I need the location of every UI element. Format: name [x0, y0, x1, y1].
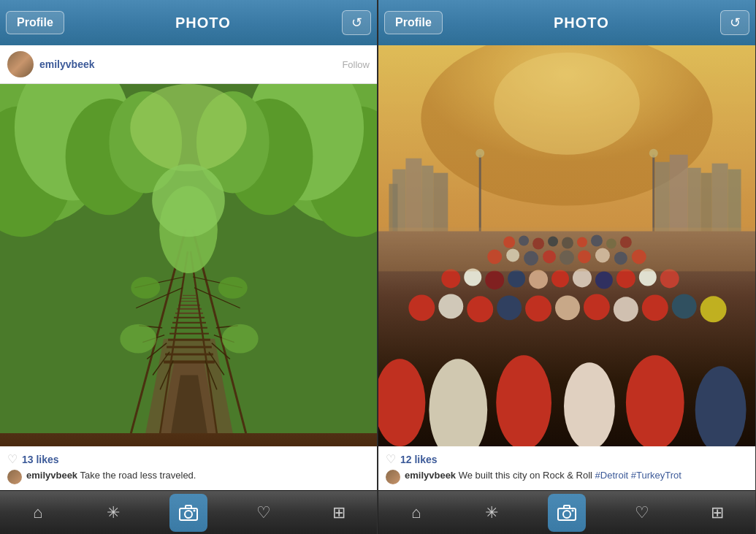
- svg-rect-66: [655, 162, 670, 235]
- left-follow-button[interactable]: Follow: [342, 59, 370, 70]
- svg-rect-25: [180, 301, 199, 302]
- svg-point-106: [660, 269, 679, 288]
- svg-point-73: [476, 149, 484, 158]
- svg-point-96: [441, 269, 460, 288]
- left-photo: [0, 84, 377, 446]
- right-header-title: PHOTO: [554, 15, 609, 31]
- svg-point-116: [672, 294, 697, 319]
- right-nav-camera[interactable]: [548, 494, 586, 532]
- left-photo-info: ♡ 13 likes emilyvbeek Take the road less…: [0, 446, 377, 490]
- left-likes-count: 13 likes: [22, 454, 59, 465]
- right-panel: Profile PHOTO ↺: [378, 0, 756, 534]
- svg-point-121: [564, 362, 615, 446]
- left-nav-camera[interactable]: [169, 494, 207, 532]
- svg-point-107: [408, 294, 435, 321]
- svg-point-126: [563, 511, 570, 518]
- svg-rect-64: [421, 166, 433, 235]
- right-caption-text: emilyvbeek We built this city on Rock & …: [405, 469, 681, 482]
- svg-point-51: [152, 164, 225, 237]
- svg-point-104: [616, 269, 635, 288]
- right-caption-body: We built this city on Rock & Roll: [456, 470, 595, 481]
- left-caption-avatar: [7, 470, 22, 484]
- left-caption-row: emilyvbeek Take the road less traveled.: [7, 469, 370, 484]
- svg-rect-62: [389, 184, 397, 235]
- svg-point-103: [595, 271, 613, 289]
- left-nav-explore[interactable]: ✳: [94, 494, 132, 532]
- right-nav-grid[interactable]: ⊞: [698, 494, 736, 532]
- svg-point-100: [529, 270, 548, 289]
- left-caption-body: Take the road less traveled.: [77, 470, 196, 481]
- left-profile-button[interactable]: Profile: [6, 11, 64, 34]
- svg-point-75: [649, 149, 658, 158]
- right-photo: [378, 45, 755, 446]
- svg-point-56: [193, 509, 195, 511]
- svg-rect-55: [186, 506, 191, 508]
- right-nav-explore[interactable]: ✳: [473, 494, 511, 532]
- svg-rect-71: [728, 169, 741, 235]
- svg-point-115: [642, 294, 668, 321]
- svg-point-47: [218, 277, 248, 299]
- right-likes-count: 12 likes: [400, 454, 438, 465]
- svg-point-11: [130, 84, 246, 172]
- svg-point-128: [571, 509, 573, 511]
- right-caption-row: emilyvbeek We built this city on Rock & …: [386, 469, 748, 484]
- left-nav-grid[interactable]: ⊞: [320, 494, 358, 532]
- right-photo-info: ♡ 12 likes emilyvbeek We built this city…: [378, 446, 755, 490]
- right-caption-hashtags[interactable]: #Detroit #TurkeyTrot: [595, 470, 681, 481]
- right-header: Profile PHOTO ↺: [378, 0, 755, 45]
- left-header: Profile PHOTO ↺: [0, 0, 377, 45]
- svg-rect-68: [688, 168, 701, 235]
- svg-rect-27: [183, 295, 196, 296]
- svg-point-54: [185, 511, 192, 518]
- left-caption-username[interactable]: emilyvbeek: [26, 470, 77, 481]
- left-username[interactable]: emilyvbeek: [39, 58, 342, 70]
- right-nav-home[interactable]: ⌂: [397, 494, 435, 532]
- right-refresh-button[interactable]: ↺: [720, 10, 749, 35]
- svg-point-48: [120, 324, 156, 354]
- svg-rect-70: [712, 164, 728, 235]
- left-nav-home[interactable]: ⌂: [19, 494, 57, 532]
- left-user-row: emilyvbeek Follow: [0, 45, 377, 84]
- svg-rect-124: [378, 228, 755, 272]
- svg-point-112: [555, 295, 580, 320]
- left-nav-heart[interactable]: ♡: [245, 494, 283, 532]
- left-likes-row: ♡ 13 likes: [7, 452, 370, 466]
- right-heart-icon: ♡: [386, 452, 396, 466]
- svg-point-46: [131, 277, 160, 299]
- right-caption-username[interactable]: emilyvbeek: [405, 470, 456, 481]
- svg-rect-24: [178, 305, 200, 306]
- svg-rect-63: [405, 159, 421, 235]
- svg-rect-67: [670, 155, 688, 235]
- svg-point-113: [584, 294, 610, 320]
- svg-rect-65: [433, 173, 448, 235]
- svg-point-111: [525, 295, 551, 321]
- left-refresh-button[interactable]: ↺: [342, 10, 371, 35]
- right-caption-avatar: [386, 470, 400, 484]
- svg-point-98: [485, 270, 504, 289]
- left-header-title: PHOTO: [175, 15, 231, 31]
- left-panel: Profile PHOTO ↺ emilyvbeek Follow: [0, 0, 378, 534]
- svg-rect-69: [701, 173, 712, 235]
- svg-point-49: [222, 324, 259, 354]
- left-bottom-nav: ⌂ ✳ ♡ ⊞: [0, 490, 377, 534]
- svg-point-101: [551, 270, 569, 287]
- svg-point-99: [508, 270, 525, 287]
- left-heart-icon: ♡: [7, 452, 18, 466]
- svg-point-110: [497, 295, 522, 320]
- left-avatar: [7, 51, 34, 77]
- svg-rect-127: [564, 506, 570, 508]
- svg-point-114: [614, 297, 638, 321]
- svg-point-108: [438, 294, 463, 319]
- svg-point-109: [467, 296, 493, 322]
- svg-point-122: [626, 355, 684, 446]
- left-caption-text: emilyvbeek Take the road less traveled.: [26, 469, 196, 482]
- right-bottom-nav: ⌂ ✳ ♡ ⊞: [378, 490, 755, 534]
- svg-rect-26: [181, 298, 197, 299]
- svg-point-117: [700, 296, 727, 322]
- svg-point-120: [496, 355, 551, 446]
- right-likes-row: ♡ 12 likes: [386, 452, 748, 466]
- svg-rect-23: [177, 308, 202, 310]
- right-nav-heart[interactable]: ♡: [623, 494, 661, 532]
- right-profile-button[interactable]: Profile: [384, 11, 443, 34]
